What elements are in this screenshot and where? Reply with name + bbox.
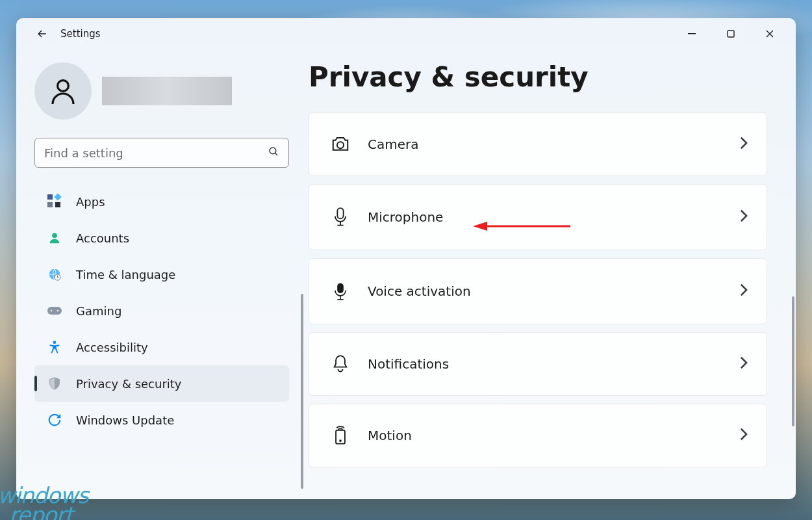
sidebar-item-accounts[interactable]: Accounts <box>34 220 289 256</box>
sidebar-item-label: Apps <box>76 195 105 209</box>
avatar <box>34 62 92 120</box>
minimize-button[interactable] <box>672 21 711 47</box>
minimize-icon <box>688 30 696 38</box>
setting-camera[interactable]: Camera <box>309 112 767 176</box>
accessibility-icon <box>46 339 63 356</box>
sidebar-item-privacy-security[interactable]: Privacy & security <box>34 365 289 402</box>
sidebar-item-windows-update[interactable]: Windows Update <box>34 402 289 438</box>
accounts-icon <box>46 229 63 246</box>
back-button[interactable] <box>29 21 55 47</box>
chevron-right-icon <box>739 209 748 226</box>
settings-window: Settings <box>16 18 796 499</box>
svg-point-10 <box>53 341 57 344</box>
svg-rect-0 <box>688 33 696 34</box>
setting-microphone[interactable]: Microphone <box>309 184 767 250</box>
camera-icon <box>327 136 353 153</box>
sidebar: Apps Accounts Time & language <box>16 49 309 499</box>
apps-icon <box>46 193 63 210</box>
person-icon <box>47 75 79 107</box>
svg-rect-1 <box>728 31 734 37</box>
motion-icon <box>327 426 353 445</box>
setting-label: Camera <box>368 136 419 152</box>
maximize-icon <box>727 30 735 38</box>
shield-icon <box>46 375 63 392</box>
sidebar-item-apps[interactable]: Apps <box>34 183 289 220</box>
gamepad-icon <box>46 302 63 319</box>
svg-point-9 <box>57 310 58 311</box>
sidebar-item-label: Windows Update <box>76 413 174 427</box>
voice-activation-icon <box>327 281 353 301</box>
svg-rect-12 <box>337 208 343 218</box>
back-arrow-icon <box>36 27 49 40</box>
setting-label: Motion <box>368 428 412 443</box>
titlebar: Settings <box>16 18 796 49</box>
sidebar-item-label: Time & language <box>76 268 175 281</box>
setting-notifications[interactable]: Notifications <box>309 332 767 396</box>
search-input-wrapper[interactable] <box>34 138 289 168</box>
chevron-right-icon <box>739 136 748 153</box>
sidebar-item-accessibility[interactable]: Accessibility <box>34 329 289 365</box>
svg-point-8 <box>51 310 52 311</box>
settings-list: Camera Microphone <box>309 112 783 467</box>
setting-label: Microphone <box>368 209 443 225</box>
setting-voice-activation[interactable]: Voice activation <box>309 258 767 324</box>
globe-clock-icon <box>46 266 63 283</box>
sidebar-item-label: Accessibility <box>76 341 148 354</box>
maximize-button[interactable] <box>711 21 750 47</box>
svg-point-3 <box>270 148 276 154</box>
setting-label: Voice activation <box>368 283 471 299</box>
close-icon <box>766 30 774 38</box>
search-input[interactable] <box>44 146 268 160</box>
setting-label: Notifications <box>368 356 449 372</box>
window-controls <box>672 21 789 47</box>
svg-point-15 <box>340 440 341 441</box>
app-title: Settings <box>60 28 101 40</box>
page-title: Privacy & security <box>309 61 783 93</box>
sidebar-item-time-language[interactable]: Time & language <box>34 256 289 292</box>
svg-rect-7 <box>47 307 62 315</box>
nav-list: Apps Accounts Time & language <box>34 183 309 499</box>
sidebar-item-gaming[interactable]: Gaming <box>34 292 289 329</box>
svg-point-11 <box>337 142 344 148</box>
main-scrollbar[interactable] <box>792 296 794 426</box>
sidebar-item-label: Privacy & security <box>76 377 182 391</box>
setting-motion[interactable]: Motion <box>309 404 767 467</box>
sidebar-item-label: Gaming <box>76 304 121 318</box>
watermark-line2: report <box>9 505 88 520</box>
magnifier-icon <box>268 146 279 160</box>
update-icon <box>46 411 63 428</box>
chevron-right-icon <box>739 356 748 373</box>
svg-rect-13 <box>338 283 343 292</box>
svg-point-4 <box>52 233 57 238</box>
chevron-right-icon <box>739 283 748 300</box>
microphone-icon <box>327 207 353 227</box>
chevron-right-icon <box>739 427 748 445</box>
close-button[interactable] <box>750 21 789 47</box>
user-profile[interactable] <box>34 62 309 120</box>
svg-point-2 <box>58 81 69 92</box>
username-redacted <box>102 77 232 105</box>
sidebar-scrollbar[interactable] <box>301 294 303 489</box>
bell-icon <box>327 354 353 374</box>
sidebar-item-label: Accounts <box>76 231 129 245</box>
main-panel: Privacy & security Camera Microphone <box>309 49 796 499</box>
